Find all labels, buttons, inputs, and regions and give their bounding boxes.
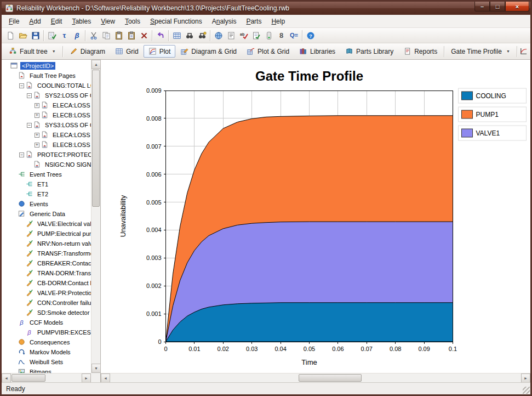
maximize-button[interactable]: □ bbox=[490, 2, 505, 12]
collapse-icon[interactable]: − bbox=[27, 123, 32, 128]
tree-item-cb-dorm-contact-br[interactable]: CB-DORM:Contact br bbox=[2, 278, 91, 288]
tree-item-consequences[interactable]: Consequences bbox=[2, 337, 91, 347]
view-tab-diagram-grid[interactable]: Diagram & Grid bbox=[175, 45, 242, 58]
export-table-icon[interactable] bbox=[170, 29, 183, 42]
view-tab-grid[interactable]: Grid bbox=[110, 45, 144, 58]
tree-item-nsigc-no-signa[interactable]: NSIGC:NO SIGNA bbox=[2, 160, 91, 169]
resize-grip[interactable] bbox=[523, 387, 530, 394]
menu-item-tables[interactable]: Tables bbox=[67, 15, 96, 27]
collapse-icon[interactable]: − bbox=[19, 83, 24, 88]
view-tab-parts-library[interactable]: Parts Library bbox=[340, 45, 398, 58]
tree-item-sys2-loss-of-c[interactable]: −SYS2:LOSS OF C bbox=[2, 90, 91, 100]
scroll-left-icon[interactable] bbox=[101, 374, 110, 383]
tree-item-eleca-loss[interactable]: +ELECA:LOSS bbox=[2, 130, 91, 140]
expand-icon[interactable]: + bbox=[35, 103, 39, 108]
tree-item-event-trees[interactable]: Event Trees bbox=[2, 169, 91, 179]
delete-icon[interactable] bbox=[138, 29, 150, 42]
tree-item-sys3-loss-of-c[interactable]: −SYS3:LOSS OF C bbox=[2, 120, 91, 130]
scroll-right-icon[interactable] bbox=[521, 374, 530, 383]
precision-icon[interactable]: 8 bbox=[275, 29, 288, 42]
collapse-icon[interactable]: − bbox=[19, 152, 24, 157]
close-button[interactable]: × bbox=[505, 2, 529, 12]
tree-item-sd-smoke-detector-fa[interactable]: SD:Smoke detector fa bbox=[2, 308, 91, 318]
paste-special-icon[interactable] bbox=[125, 29, 138, 42]
tree-item-bitmaps[interactable]: Bitmaps bbox=[2, 367, 91, 373]
tree-item-projectid[interactable]: <ProjectID> bbox=[2, 61, 91, 71]
tree-item-protect-protectio[interactable]: −PROTECT:PROTECTIO bbox=[2, 150, 91, 160]
tree-item-con-controller-failure[interactable]: CON:Controller failure bbox=[2, 298, 91, 308]
tree-hscroll-thumb[interactable] bbox=[12, 374, 45, 382]
verify-icon[interactable] bbox=[250, 29, 262, 42]
minimize-button[interactable]: – bbox=[474, 2, 490, 12]
chart-horizontal-scrollbar[interactable] bbox=[101, 373, 530, 382]
validate-icon[interactable] bbox=[45, 29, 58, 42]
expand-icon[interactable]: + bbox=[35, 143, 39, 148]
tree-item-transf-transformer[interactable]: TRANSF:Transformer bbox=[2, 248, 91, 258]
menu-item-special-functions[interactable]: Special Functions bbox=[145, 15, 207, 27]
tree-item-valve-electrical-valv[interactable]: VALVE:Electrical valv bbox=[2, 219, 91, 229]
view-tab-reports[interactable]: Reports bbox=[398, 45, 442, 58]
tree-item-eleca-loss[interactable]: +ELECA:LOSS bbox=[2, 100, 91, 110]
query-icon[interactable]: Q= bbox=[288, 29, 300, 42]
undo-icon[interactable] bbox=[154, 29, 167, 42]
tree-horizontal-scrollbar[interactable] bbox=[2, 373, 91, 382]
menu-item-tools[interactable]: Tools bbox=[120, 15, 145, 27]
view-tab-plot[interactable]: Plot bbox=[144, 45, 176, 58]
tree-item-nrv-non-return-valve[interactable]: NRV:Non-return valve bbox=[2, 239, 91, 248]
expand-icon[interactable]: + bbox=[35, 113, 39, 118]
tree-item-pumpvibr-excessiv[interactable]: βPUMPVIBR:EXCESSIV bbox=[2, 327, 91, 337]
menu-item-analysis[interactable]: Analysis bbox=[207, 15, 242, 27]
beta-analysis-icon[interactable]: β bbox=[71, 29, 83, 42]
chart-hscroll-thumb[interactable] bbox=[299, 374, 362, 382]
menu-item-view[interactable]: View bbox=[96, 15, 120, 27]
tree-item-markov-models[interactable]: Markov Models bbox=[2, 347, 91, 357]
tree-item-cbreaker-contact-b[interactable]: CBREAKER:Contact b bbox=[2, 258, 91, 268]
tau-analysis-icon[interactable]: τ bbox=[58, 29, 71, 42]
cut-icon[interactable] bbox=[87, 29, 100, 42]
scroll-left-icon[interactable] bbox=[2, 374, 11, 383]
help-icon[interactable]: ? bbox=[304, 29, 317, 42]
tree-vscroll-thumb[interactable] bbox=[92, 70, 100, 207]
menu-item-edit[interactable]: Edit bbox=[46, 15, 67, 27]
tree-item-valve-pr-protection[interactable]: VALVE-PR:Protection bbox=[2, 288, 91, 298]
tree-item-ccf-models[interactable]: βCCF Models bbox=[2, 318, 91, 327]
save-project-icon[interactable] bbox=[29, 29, 42, 42]
tree-item-pump-electrical-pump[interactable]: PUMP:Electrical pump bbox=[2, 229, 91, 239]
find-next-icon[interactable] bbox=[196, 29, 208, 42]
menu-item-help[interactable]: Help bbox=[266, 15, 290, 27]
status-light-icon[interactable] bbox=[262, 29, 275, 42]
tree-item-tran-dorm-transfo[interactable]: TRAN-DORM:Transfo bbox=[2, 268, 91, 278]
profile-selector[interactable]: Gate Time Profile▼ bbox=[446, 46, 515, 58]
view-tab-libraries[interactable]: Libraries bbox=[294, 45, 340, 58]
view-tab-diagram[interactable]: Diagram bbox=[65, 45, 110, 58]
tree-item-weibull-sets[interactable]: Weibull Sets bbox=[2, 357, 91, 367]
tree-item-elecb-loss[interactable]: +ELECB:LOSS bbox=[2, 110, 91, 120]
tree-item-fault-tree-pages[interactable]: Fault Tree Pages bbox=[2, 71, 91, 81]
tree-item-et2[interactable]: ET2 bbox=[2, 189, 91, 199]
hyperlink-globe-icon[interactable] bbox=[212, 29, 225, 42]
scroll-right-icon[interactable] bbox=[82, 374, 91, 383]
tree-item-elecb-loss[interactable]: +ELECB:LOSS bbox=[2, 140, 91, 150]
scroll-down-icon[interactable] bbox=[91, 364, 101, 373]
report-icon[interactable] bbox=[225, 29, 237, 42]
view-tab-plot-grid[interactable]: Plot & Grid bbox=[242, 45, 294, 58]
tree-item-generic-data[interactable]: Generic Data bbox=[2, 209, 91, 219]
tree-item-events[interactable]: Events bbox=[2, 199, 91, 209]
menu-item-parts[interactable]: Parts bbox=[241, 15, 266, 27]
tree-item-cooling-total-los[interactable]: −COOLING:TOTAL LOS bbox=[2, 81, 91, 90]
profile-chart-icon[interactable] bbox=[519, 45, 528, 58]
tree-item-et1[interactable]: ET1 bbox=[2, 179, 91, 189]
menu-item-add[interactable]: Add bbox=[24, 15, 45, 27]
menu-item-file[interactable]: File bbox=[4, 15, 24, 27]
open-project-icon[interactable] bbox=[16, 29, 29, 42]
find-icon[interactable] bbox=[183, 29, 196, 42]
collapse-icon[interactable]: − bbox=[27, 93, 32, 98]
paste-icon[interactable] bbox=[112, 29, 125, 42]
spell-check-icon[interactable]: ab bbox=[237, 29, 250, 42]
copy-icon[interactable] bbox=[100, 29, 112, 42]
tree-vertical-scrollbar[interactable] bbox=[91, 60, 100, 373]
scroll-up-icon[interactable] bbox=[91, 60, 101, 69]
module-selector[interactable]: Fault tree▼ bbox=[4, 45, 61, 58]
expand-icon[interactable]: + bbox=[35, 133, 39, 138]
new-document-icon[interactable] bbox=[4, 29, 16, 42]
